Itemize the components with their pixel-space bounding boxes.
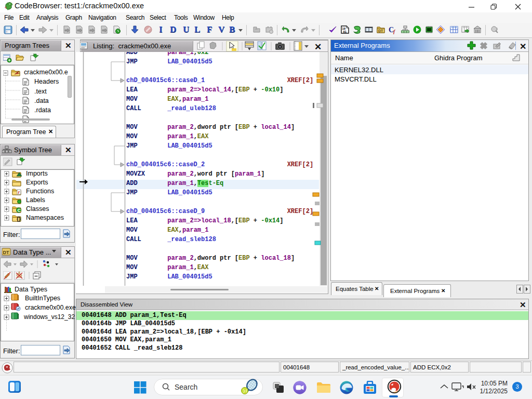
svg-text:01: 01 bbox=[343, 30, 347, 33]
svg-text:C: C bbox=[18, 208, 21, 213]
svg-text:DT: DT bbox=[378, 29, 383, 33]
svg-text:DT: DT bbox=[3, 250, 9, 255]
svg-text:{}: {} bbox=[17, 216, 21, 222]
svg-text:f: f bbox=[393, 29, 396, 34]
